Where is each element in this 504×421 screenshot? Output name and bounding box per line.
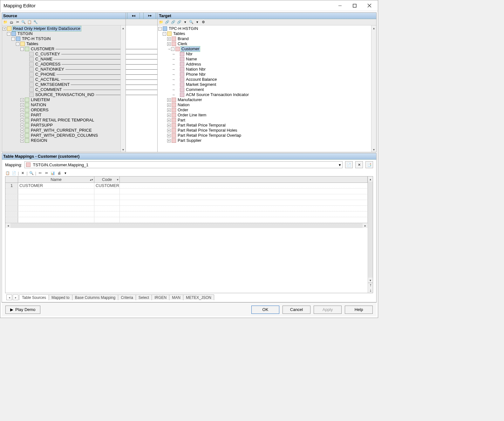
tree-node[interactable]: →-Customer [158,46,371,52]
tgt-tool-drop2-icon[interactable]: ▾ [195,20,200,25]
scroll-right-icon[interactable]: ▸ [363,223,368,228]
tree-node[interactable]: +Part Retail Price Temporal Holes [158,128,371,133]
expand-icon[interactable]: + [167,103,171,107]
expand-icon[interactable]: + [20,139,24,142]
table-row[interactable] [5,211,368,217]
tab-base-columns-mapping[interactable]: Base Columns Mapping [72,294,118,300]
mapping-dropdown[interactable]: TSTGIN.Customer.Mapping_1 ▾ [24,161,343,168]
tab-metex-json[interactable]: METEX_JSON [183,294,214,300]
tab-nav-prev[interactable]: ◂ [6,294,12,300]
expand-icon[interactable]: + [20,124,24,127]
tree-node[interactable]: +Part [158,118,371,123]
grid-vertical-scrollbar[interactable]: ▴ ▾ ⤒ ⤓ [368,176,373,293]
collapse-icon[interactable]: - [163,32,166,36]
maximize-button[interactable] [347,1,362,10]
collapse-icon[interactable]: - [7,32,10,36]
tree-node[interactable]: +Order [158,107,371,113]
tree-node[interactable]: -Tables [3,41,120,46]
tree-node[interactable]: -Tables [158,31,371,36]
scroll-up-icon[interactable]: ▴ [121,25,126,31]
tree-node[interactable]: →Name [158,57,371,62]
tree-node[interactable]: C_COMMENT [3,87,120,92]
expand-icon[interactable]: + [167,119,171,122]
tgt-tool-1-icon[interactable]: 📁 [159,20,164,25]
tgt-tool-2-icon[interactable]: 🔗 [165,20,170,25]
tree-node[interactable]: +LINEITEM [3,97,120,102]
table-row[interactable] [5,194,368,200]
collapse-icon[interactable]: - [171,47,174,51]
tree-node[interactable]: +Brand [158,36,371,41]
tree-node[interactable]: →Nbr [158,52,371,57]
expand-icon[interactable]: + [20,103,24,107]
apply-button[interactable]: Apply [314,306,342,314]
grid-header-rest[interactable] [120,176,368,183]
expand-icon[interactable]: + [167,108,171,112]
tree-node[interactable]: +ORDERS [3,107,120,113]
grid-tool-2-icon[interactable]: 📄 [11,170,17,176]
source-tree[interactable]: +Read Only Helper Entity DataSource-TSTG… [2,25,120,152]
mapping-props-button[interactable]: 📑 [365,161,373,168]
tree-node[interactable]: C_CUSTKEY [3,52,120,57]
help-button[interactable]: Help [345,306,373,314]
tree-node[interactable]: +PARTSUPP [3,123,120,128]
grid-delete-icon[interactable]: ✕ [20,170,25,176]
src-tool-4-icon[interactable]: 🔍 [21,20,26,25]
collapse-icon[interactable]: - [16,42,19,46]
tree-node[interactable]: +Read Only Helper Entity DataSource [3,26,120,31]
tgt-tool-4-icon[interactable]: 🔗 [177,20,182,25]
grid-header-code[interactable]: Code ▾ [94,176,120,183]
tgt-tool-5-icon[interactable]: 🔍 [189,20,194,25]
expand-icon[interactable]: + [167,37,171,41]
collapse-icon[interactable]: - [20,47,24,51]
tree-node[interactable]: +NATION [3,102,120,107]
tab-nav-next[interactable]: ▸ [13,294,18,300]
tree-node[interactable]: →Address [158,62,371,67]
tgt-tool-drop1-icon[interactable]: ▾ [183,20,188,25]
mapping-delete-button[interactable]: ✕ [355,161,363,168]
mapping-new-button[interactable]: 📄 [345,161,353,168]
tree-node[interactable]: +PART_WITH_CURRENT_PRICE [3,128,120,133]
tree-node[interactable]: +REGION [3,138,120,143]
source-scrollbar[interactable]: ▴ ▾ [120,25,126,152]
tab-select[interactable]: Select [136,294,152,300]
target-tree[interactable]: -TPC-H HSTGIN-Tables+Brand+Clerk→-Custom… [158,25,371,152]
tab-irgen[interactable]: IRGEN [152,294,169,300]
grid-tool-1-icon[interactable]: 📋 [5,170,10,176]
grid-print-icon[interactable]: 🖨 [57,170,62,176]
tree-node[interactable]: -TPC-H TSTGIN [3,36,120,41]
tree-node[interactable]: +Order Line Item [158,113,371,118]
scroll-up-icon[interactable]: ▴ [371,25,376,31]
tree-node[interactable]: +Manufacturer [158,97,371,102]
expand-icon[interactable]: + [20,114,24,117]
src-tool-6-icon[interactable]: 🔧 [33,20,38,25]
expand-icon[interactable]: + [167,124,171,127]
expand-icon[interactable]: + [167,98,171,102]
tree-node[interactable]: +PART [3,113,120,118]
tree-node[interactable]: -TPC-H HSTGIN [158,26,371,31]
target-scrollbar[interactable]: ▴ ▾ [371,25,376,152]
expand-icon[interactable]: + [20,119,24,122]
collapse-icon[interactable]: - [158,27,162,31]
collapse-icon[interactable]: - [11,37,15,41]
table-row[interactable] [5,200,368,206]
tree-node[interactable]: -TSTGIN [3,31,120,36]
scroll-left-icon[interactable]: ◂ [5,223,10,228]
minimize-button[interactable] [333,1,347,10]
tree-node[interactable]: C_MKTSEGMENT [3,82,120,87]
tab-man[interactable]: MAN [169,294,183,300]
map-left-button[interactable]: ↤ [127,13,140,19]
grid-header-name[interactable]: Name ▴▾ [18,176,94,183]
tree-node[interactable]: C_PHONE [3,72,120,77]
table-row[interactable] [5,189,368,194]
tree-node[interactable]: →Account Balance [158,77,371,82]
expand-icon[interactable]: + [3,27,6,31]
expand-icon[interactable]: + [20,98,24,102]
tree-node[interactable]: →Comment [158,87,371,92]
tree-node[interactable]: -CUSTOMER [3,46,120,52]
src-tool-1-icon[interactable]: 📁 [3,20,8,25]
ok-button[interactable]: OK [251,306,279,314]
expand-icon[interactable]: + [167,42,171,46]
tgt-tool-3-icon[interactable]: 🔗 [171,20,176,25]
grid-excel-icon[interactable]: 📊 [50,170,55,176]
grid-header-rownum[interactable] [5,176,18,183]
